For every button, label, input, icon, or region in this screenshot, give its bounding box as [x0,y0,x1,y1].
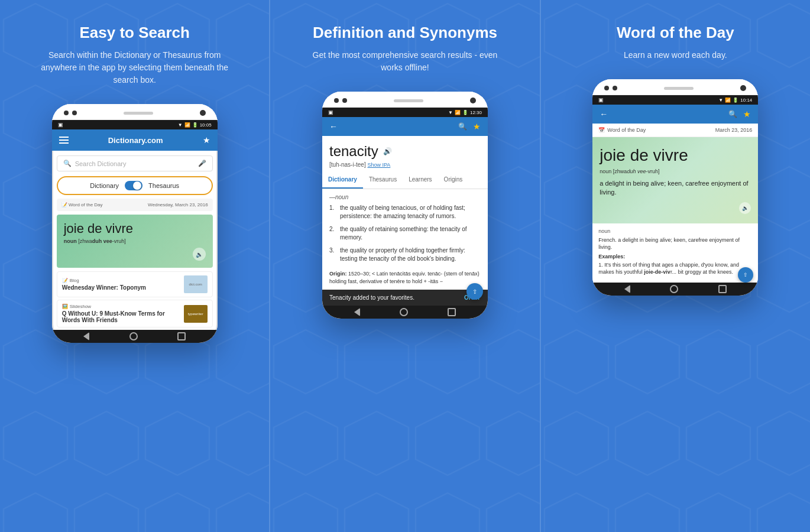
wotd3-left-area: 📅 Word of the Day [598,127,646,133]
phone2-home-nav-icon[interactable] [400,308,408,316]
phone3-recent-nav-icon[interactable] [718,285,727,293]
phone2-dot [334,98,339,103]
phone2-recent-nav-icon[interactable] [448,308,456,316]
wotd-pos: noun [64,238,77,244]
phone3-bottom-nav [592,283,758,296]
origin-text: Origin: 1520–30; < Latin tenācitās equiv… [329,268,481,285]
phone2-dot2 [342,98,347,103]
tab-dictionary[interactable]: Dictionary [322,171,363,189]
examples-header-label: Examples: [598,254,752,259]
slideshow-tag-text: Slideshow [70,304,91,309]
phone3-status-icons: ▼📶🔋 10:14 [718,98,752,103]
definition-area: —noun 1. the quality of being tenacious,… [322,189,488,290]
panel-word-of-day: Word of the Day Learn a new word each da… [540,0,810,532]
mic-icon[interactable]: 🎤 [198,160,206,167]
dictionary-thesaurus-toggle-row[interactable]: Dictionary Thesaurus [57,176,213,195]
toggle-thumb [133,181,141,190]
phone2-front-camera [470,98,476,103]
slideshow-title: Q Without U: 9 Must-Know Terms for Words… [62,310,180,323]
phone2-back-nav-icon[interactable] [354,308,360,316]
origin-label: Origin: [329,271,347,277]
phone3-star-icon[interactable]: ★ [743,109,751,119]
panel1-subtitle: Search within the Dictionary or Thesauru… [40,49,229,86]
phone2-status-bar: ▣ ▼📶🔋 12:30 [322,108,488,117]
wotd-date-text: Wednesday, March 23, 2016 [148,202,208,207]
word-sound-icon[interactable]: 🔊 [383,147,392,155]
slideshow-tag: 🖼️ Slideshow [62,304,180,309]
fav-message: Tenacity added to your favorites. [329,294,414,301]
definition-tabs-row: Dictionary Thesaurus Learners Origins [322,171,488,189]
phone2-app-header: ← 🔍 ★ [322,117,488,136]
panel1-title: Easy to Search [79,24,189,42]
phone3-back-nav-icon[interactable] [624,285,630,293]
home-nav-icon[interactable] [129,332,138,340]
learners-def1: French. a delight in being alive; keen, … [598,236,752,251]
phone1-front-camera [200,110,206,116]
phone3-camera-area [604,86,617,90]
learners-pos-label: noun [598,228,752,234]
slideshow-thumb: typewriter [184,305,208,323]
def-num-1: 1. [329,204,336,220]
phone1-status-bar: ▣ ▼📶🔋 10:05 [52,120,218,129]
search-icon: 🔍 [63,160,72,167]
search-placeholder-text: Search Dictionary [75,160,195,167]
pos-label: —noun [329,194,481,200]
show-ipa-link[interactable]: Show IPA [367,162,390,168]
phone3-dot2 [613,86,617,90]
toggle-switch[interactable] [125,181,142,190]
favorites-star-icon[interactable]: ★ [203,135,210,145]
back-arrow-icon[interactable]: ← [329,122,338,131]
word-main-row: tenacity 🔊 [329,143,481,160]
phone3-header-icons: 🔍 ★ [728,109,751,119]
blog-title-1: Wednesday Winner: Toponym [62,284,180,291]
panel-easy-to-search: Easy to Search Search within the Diction… [0,0,269,532]
phone3-search-icon[interactable]: 🔍 [728,110,737,118]
tab-origins[interactable]: Origins [438,171,469,189]
phone2-star-icon[interactable]: ★ [473,122,481,131]
phone3-speaker [664,87,694,90]
wotd3-banner: 📅 Word of the Day March 23, 2016 [592,124,758,137]
def-item-1: 1. the quality of being tenacious, or of… [329,204,481,220]
tab-learners[interactable]: Learners [403,171,438,189]
wotd3-main-card: joie de vivre noun [zhwaduh vee-vruh] a … [592,137,758,223]
blog-card-1[interactable]: 📝 Blog Wednesday Winner: Toponym dict.co… [57,271,213,297]
wotd-card-footer: 🔈 [64,248,206,261]
panel3-subtitle: Learn a new word each day. [624,49,727,61]
slideshow-card-1[interactable]: 🖼️ Slideshow Q Without U: 9 Must-Know Te… [57,300,213,327]
hamburger-line3 [59,142,69,144]
hamburger-menu-icon[interactable] [59,137,69,144]
wotd-label: 📝 Word of the Day [61,202,103,207]
panel3-title: Word of the Day [617,24,734,42]
blog-thumb-1: dict.com [184,275,208,293]
favorites-bar: Tenacity added to your favorites. OKAY [322,290,488,306]
tab-thesaurus[interactable]: Thesaurus [363,171,403,189]
wotd-banner-row: 📝 Word of the Day Wednesday, March 23, 2… [57,199,213,211]
panel-definition-synonyms: Definition and Synonyms Get the most com… [269,0,539,532]
wotd3-word-text: joie de vivre [600,147,751,165]
wotd-card: joie de vivre noun [zhwaduh vee-vruh] 🔈 [57,215,213,268]
wotd-label-text: Word of the Day [69,202,103,207]
phone2-search-icon[interactable]: 🔍 [458,122,467,131]
phone1-search-bar[interactable]: 🔍 Search Dictionary 🎤 [57,155,213,171]
phone1-camera-area [64,111,77,115]
phone2-status-icons: ▼📶🔋 12:30 [448,110,482,115]
hamburger-line1 [59,137,69,138]
phone1-app-header: Dictionary.com ★ [52,129,218,151]
phone3-app-header: ← 🔍 ★ [592,105,758,124]
share-fab-button[interactable]: ⇧ [466,283,483,300]
phone3-mockup: ▣ ▼📶🔋 10:14 ← 🔍 ★ 📅 Word of the Day Marc… [592,79,758,296]
phone2-bezel-top [322,92,488,108]
word-tenacity: tenacity [329,143,378,160]
back-nav-icon[interactable] [83,332,89,340]
def-text-2: the quality of retaining something: the … [340,225,481,242]
phone3-back-arrow-icon[interactable]: ← [600,109,608,119]
def-num-3: 3. [329,246,336,263]
panel2-title: Definition and Synonyms [313,24,497,42]
phone1-bezel-top [52,104,218,120]
sound-button-icon[interactable]: 🔈 [193,248,206,261]
recent-nav-icon[interactable] [177,332,186,340]
word-phonetic: [tuh-nas-i-tee] Show IPA [329,161,481,168]
toggle-thesaurus-label: Thesaurus [148,182,179,189]
wotd3-sound-icon[interactable]: 🔈 [739,202,751,214]
phone3-home-nav-icon[interactable] [670,285,678,293]
